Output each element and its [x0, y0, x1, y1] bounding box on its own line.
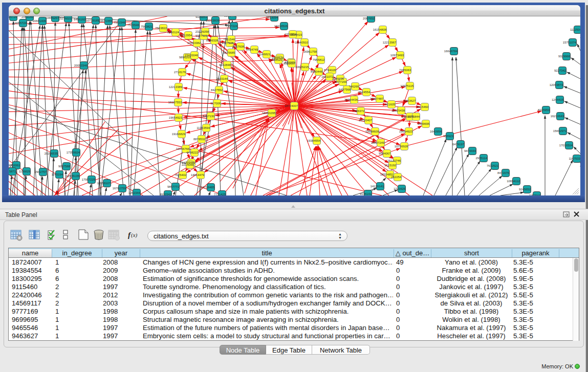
svg-text:6497568: 6497568 [339, 88, 351, 91]
svg-text:8960124: 8960124 [167, 31, 180, 34]
svg-text:10719185: 10719185 [86, 19, 100, 22]
svg-text:8091441: 8091441 [224, 16, 236, 17]
svg-text:23420046: 23420046 [185, 54, 199, 57]
svg-text:1975844: 1975844 [408, 115, 420, 118]
svg-text:1244415: 1244415 [552, 98, 564, 101]
svg-text:20053346: 20053346 [74, 64, 88, 67]
svg-text:1145194: 1145194 [52, 173, 63, 176]
svg-text:15751074: 15751074 [563, 41, 577, 44]
svg-text:5875685: 5875685 [223, 51, 235, 54]
svg-text:7563821: 7563821 [141, 25, 153, 28]
svg-text:9084067: 9084067 [379, 152, 390, 155]
svg-text:8454749: 8454749 [246, 48, 258, 51]
svg-text:1156829: 1156829 [19, 170, 31, 173]
svg-text:9327508: 9327508 [222, 41, 234, 45]
svg-text:8910342: 8910342 [160, 193, 171, 195]
svg-text:8878532: 8878532 [193, 138, 205, 141]
svg-text:252254: 252254 [391, 176, 401, 179]
svg-text:9242848: 9242848 [219, 63, 231, 67]
svg-text:19654923: 19654923 [399, 130, 413, 133]
svg-text:(x): (x) [131, 232, 138, 238]
svg-text:7551546: 7551546 [114, 21, 126, 24]
svg-text:12093873: 12093873 [550, 83, 563, 86]
svg-text:10655267: 10655267 [46, 16, 59, 19]
svg-text:10025438: 10025438 [391, 109, 405, 112]
svg-text:9097588: 9097588 [58, 165, 71, 168]
svg-text:9329966: 9329966 [558, 55, 571, 58]
svg-text:9136141: 9136141 [360, 192, 372, 195]
svg-text:19384554: 19384554 [307, 139, 321, 142]
svg-text:3624554: 3624554 [358, 91, 371, 94]
svg-text:7563822: 7563822 [155, 27, 167, 30]
svg-text:18807249: 18807249 [371, 141, 384, 144]
svg-text:15720407: 15720407 [359, 119, 372, 122]
svg-text:10688609: 10688609 [365, 130, 379, 133]
svg-text:7632621: 7632621 [487, 164, 498, 167]
svg-text:9857771: 9857771 [167, 185, 179, 188]
svg-text:9850061: 9850061 [9, 164, 20, 167]
svg-text:8813054: 8813054 [266, 16, 278, 19]
svg-text:10654112: 10654112 [507, 180, 520, 183]
svg-text:13626215: 13626215 [295, 65, 309, 69]
svg-text:19218506: 19218506 [274, 25, 288, 28]
svg-text:2087652: 2087652 [363, 17, 375, 20]
svg-text:10807487: 10807487 [370, 97, 383, 100]
svg-text:1112504: 1112504 [570, 28, 580, 31]
svg-text:7625402: 7625402 [175, 173, 186, 177]
svg-text:6794028: 6794028 [324, 69, 336, 72]
svg-text:8912954: 8912954 [180, 34, 192, 37]
svg-text:14914479: 14914479 [191, 173, 204, 177]
svg-text:20364436: 20364436 [344, 98, 358, 101]
svg-text:1332554: 1332554 [285, 33, 297, 36]
svg-text:12213967: 12213967 [383, 41, 396, 44]
svg-text:9474444: 9474444 [464, 149, 476, 152]
svg-text:14055724: 14055724 [13, 21, 27, 25]
svg-text:7731425: 7731425 [214, 193, 226, 195]
svg-text:15276021: 15276021 [58, 17, 72, 20]
svg-text:8322037: 8322037 [284, 62, 295, 65]
svg-text:9115460: 9115460 [417, 105, 429, 108]
svg-text:9463627: 9463627 [404, 99, 416, 102]
svg-text:621605: 621605 [385, 103, 395, 106]
svg-text:6466160: 6466160 [74, 18, 86, 21]
svg-text:3915871: 3915871 [9, 170, 16, 173]
svg-text:8471676: 8471676 [497, 171, 510, 174]
svg-text:11353594: 11353594 [197, 126, 210, 129]
svg-text:2935114: 2935114 [476, 157, 488, 160]
svg-text:9245652: 9245652 [519, 188, 531, 191]
svg-text:20206535: 20206535 [45, 152, 58, 155]
svg-text:9505724: 9505724 [9, 16, 17, 18]
svg-text:917006: 917006 [210, 102, 221, 105]
svg-text:2069140: 2069140 [21, 16, 34, 18]
svg-text:7485063: 7485063 [399, 69, 411, 72]
svg-text:1167533: 1167533 [569, 157, 581, 160]
svg-text:16107553: 16107553 [168, 101, 182, 104]
svg-text:10756928: 10756928 [395, 145, 408, 148]
svg-text:10973493: 10973493 [390, 54, 404, 57]
svg-text:2214099: 2214099 [182, 163, 193, 166]
svg-text:14136141: 14136141 [371, 185, 384, 188]
svg-text:18724007: 18724007 [285, 104, 298, 107]
svg-text:7357224: 7357224 [226, 25, 238, 28]
svg-text:16671355: 16671355 [99, 19, 113, 23]
svg-text:10046766: 10046766 [176, 147, 190, 150]
svg-text:23226058: 23226058 [195, 30, 209, 33]
svg-text:7955812: 7955812 [313, 58, 324, 61]
svg-text:10958107: 10958107 [97, 182, 111, 185]
svg-text:9106841: 9106841 [195, 16, 207, 18]
svg-text:9227342: 9227342 [554, 69, 566, 72]
svg-text:16154808: 16154808 [373, 28, 387, 31]
svg-text:16210643: 16210643 [551, 115, 564, 118]
svg-text:1292344: 1292344 [128, 191, 141, 194]
svg-text:7386372: 7386372 [353, 110, 364, 113]
svg-text:1621072: 1621072 [321, 75, 333, 78]
svg-text:6479197: 6479197 [452, 143, 464, 146]
svg-text:8267130: 8267130 [203, 115, 215, 118]
svg-text:7515546: 7515546 [127, 24, 140, 27]
svg-text:2803144: 2803144 [216, 77, 228, 80]
svg-text:19718485: 19718485 [201, 186, 215, 189]
svg-text:1588520: 1588520 [270, 58, 282, 61]
svg-text:16961758: 16961758 [303, 50, 317, 53]
svg-text:8990448: 8990448 [311, 70, 323, 73]
svg-text:9146821: 9146821 [258, 53, 270, 56]
